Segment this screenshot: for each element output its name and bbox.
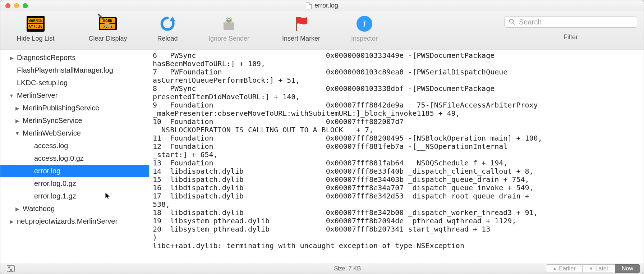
chevron-down-icon[interactable]: ▼ <box>9 93 14 99</box>
sidebar-item-label: access.log.0.gz <box>34 154 84 163</box>
status-bar: Size: 7 KB ▲Earlier ▼Later Now <box>0 263 644 274</box>
toolbar-label: Hide Log List <box>17 35 54 42</box>
sidebar-item-label: net.projectwizards.MerlinServer <box>17 217 118 225</box>
thumbnail-toggle-icon[interactable] <box>7 265 15 272</box>
fullscreen-window-button[interactable] <box>23 3 28 8</box>
filter-label: Filter <box>564 33 578 41</box>
insert-marker-button[interactable]: Insert Marker <box>274 15 328 42</box>
toolbar-label: Inspector <box>351 35 378 42</box>
chevron-right-icon[interactable]: ▶ <box>15 105 20 111</box>
sidebar-item-watchdog[interactable]: ▶Watchdog <box>0 202 149 215</box>
chevron-right-icon[interactable]: ▶ <box>15 206 20 212</box>
chevron-right-icon[interactable]: ▶ <box>15 118 20 124</box>
sidebar-item-label: error.log <box>34 167 60 175</box>
sidebar-item-merlinpublishingservice[interactable]: ▶MerlinPublishingService <box>0 102 149 114</box>
sidebar-item-access-log-0-gz[interactable]: access.log.0.gz <box>0 152 149 165</box>
document-icon <box>306 2 312 9</box>
search-input[interactable]: Search <box>504 16 637 28</box>
close-window-button[interactable] <box>5 3 10 8</box>
reload-icon <box>158 15 176 33</box>
sidebar-item-error-log-0-gz[interactable]: error.log.0.gz <box>0 177 149 190</box>
sidebar-item-label: MerlinServer <box>17 91 58 100</box>
sidebar-item-label: MerlinSyncService <box>23 117 82 125</box>
flag-icon <box>292 15 310 33</box>
now-label: Now <box>622 265 633 272</box>
window-title: error.log <box>314 2 338 9</box>
hide-log-list-button[interactable]: WARNINAY7:36 Hide Log List <box>7 15 64 42</box>
toolbar: WARNINAY7:36 Hide Log List WARN7:36 Clea… <box>0 11 644 50</box>
sidebar-item-access-log[interactable]: access.log <box>0 140 149 152</box>
sidebar-item-diagnosticreports[interactable]: ▶DiagnosticReports <box>0 51 149 64</box>
search-icon <box>509 19 515 25</box>
svg-marker-2 <box>170 17 175 22</box>
sidebar-item-error-log[interactable]: error.log <box>0 165 149 177</box>
log-list-sidebar[interactable]: ▶DiagnosticReportsFlashPlayerInstallMana… <box>0 50 149 263</box>
sidebar-item-label: access.log <box>34 142 68 150</box>
sidebar-item-label: DiagnosticReports <box>17 54 75 62</box>
svg-point-7 <box>510 19 514 23</box>
later-button[interactable]: ▼Later <box>583 264 615 273</box>
toolbar-label: Insert Marker <box>282 35 320 42</box>
earlier-button[interactable]: ▲Earlier <box>546 264 583 273</box>
sidebar-item-label: MerlinPublishingService <box>23 104 99 112</box>
now-button[interactable]: Now <box>615 264 640 273</box>
inspector-button[interactable]: i Inspector <box>345 15 384 42</box>
sidebar-item-net-projectwizards-merlinserver[interactable]: ▶net.projectwizards.MerlinServer <box>0 215 149 228</box>
minimize-window-button[interactable] <box>14 3 19 8</box>
reload-button[interactable]: Reload <box>151 15 184 42</box>
ignore-sender-button[interactable]: Ignore Sender <box>200 15 258 42</box>
down-triangle-icon: ▼ <box>589 266 593 271</box>
toolbar-label: Clear Display <box>88 35 127 42</box>
trash-mail-icon <box>220 15 238 33</box>
file-size-label: Size: 7 KB <box>149 265 546 272</box>
log-panel-icon: WARNINAY7:36 <box>27 16 45 32</box>
sidebar-item-label: error.log.1.gz <box>34 192 76 200</box>
sidebar-item-error-log-1-gz[interactable]: error.log.1.gz <box>0 190 149 202</box>
later-label: Later <box>595 265 608 272</box>
sidebar-item-label: MerlinWebService <box>23 129 81 137</box>
sidebar-item-label: error.log.0.gz <box>34 179 76 188</box>
sidebar-item-merlinwebservice[interactable]: ▼MerlinWebService <box>0 127 149 140</box>
sidebar-item-label: FlashPlayerInstallManager.log <box>17 66 113 74</box>
sidebar-item-flashplayerinstallmanager-log[interactable]: FlashPlayerInstallManager.log <box>0 64 149 77</box>
sidebar-item-lkdc-setup-log[interactable]: LKDC-setup.log <box>0 77 149 89</box>
svg-line-8 <box>513 23 515 24</box>
log-panel-small-icon: WARN7:36 <box>99 17 117 30</box>
toolbar-label: Ignore Sender <box>208 35 249 42</box>
sidebar-item-label: LKDC-setup.log <box>17 79 68 87</box>
toolbar-label: Reload <box>157 35 178 42</box>
titlebar: error.log <box>0 0 644 11</box>
clear-display-button[interactable]: WARN7:36 Clear Display <box>81 15 135 42</box>
svg-rect-3 <box>224 22 234 30</box>
sidebar-item-merlinserver[interactable]: ▼MerlinServer <box>0 89 149 102</box>
log-text: 6 PWSync 0x000000010333449e -[PWSDocumen… <box>153 51 640 250</box>
chevron-right-icon[interactable]: ▶ <box>9 55 14 61</box>
up-triangle-icon: ▲ <box>553 266 557 271</box>
chevron-down-icon[interactable]: ▼ <box>15 131 20 136</box>
log-content[interactable]: 6 PWSync 0x000000010333449e -[PWSDocumen… <box>149 50 644 263</box>
earlier-label: Earlier <box>559 265 575 272</box>
info-icon: i <box>355 15 373 33</box>
chevron-right-icon[interactable]: ▶ <box>9 219 14 224</box>
sidebar-item-label: Watchdog <box>23 205 55 213</box>
sidebar-item-merlinsyncservice[interactable]: ▶MerlinSyncService <box>0 114 149 127</box>
search-placeholder: Search <box>519 18 542 26</box>
